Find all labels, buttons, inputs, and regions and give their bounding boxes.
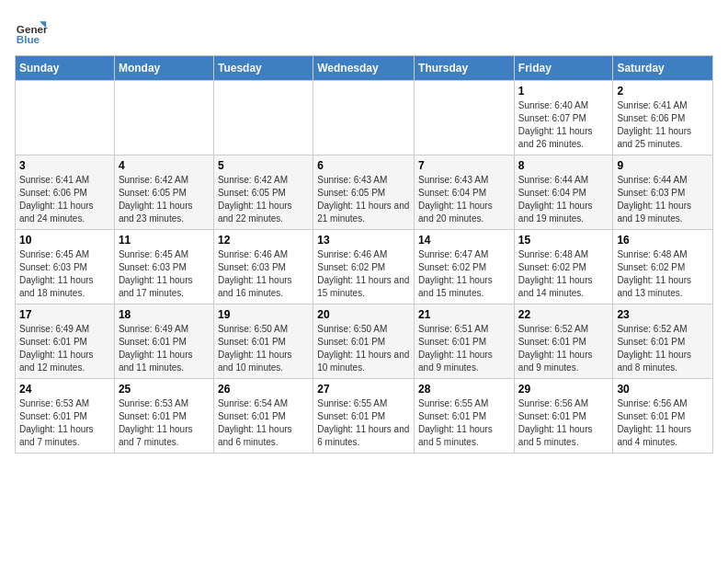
calendar-cell xyxy=(114,81,213,155)
calendar-cell xyxy=(313,81,415,155)
calendar-cell: 22Sunrise: 6:52 AMSunset: 6:01 PMDayligh… xyxy=(514,304,613,379)
calendar-cell xyxy=(415,81,515,155)
week-row-4: 24Sunrise: 6:53 AMSunset: 6:01 PMDayligh… xyxy=(16,379,713,454)
day-number: 25 xyxy=(119,383,210,396)
day-number: 14 xyxy=(418,234,510,247)
calendar-cell: 24Sunrise: 6:53 AMSunset: 6:01 PMDayligh… xyxy=(16,379,115,454)
day-info: Sunrise: 6:56 AMSunset: 6:01 PMDaylight:… xyxy=(617,397,709,449)
logo-icon: General Blue xyxy=(15,15,48,48)
day-number: 29 xyxy=(518,383,609,396)
day-info: Sunrise: 6:49 AMSunset: 6:01 PMDaylight:… xyxy=(119,323,210,374)
day-info: Sunrise: 6:56 AMSunset: 6:01 PMDaylight:… xyxy=(518,397,609,449)
calendar-cell xyxy=(213,81,313,155)
day-info: Sunrise: 6:52 AMSunset: 6:01 PMDaylight:… xyxy=(518,323,609,374)
calendar-cell: 30Sunrise: 6:56 AMSunset: 6:01 PMDayligh… xyxy=(613,379,713,454)
day-number: 13 xyxy=(317,234,410,247)
header: General Blue xyxy=(15,15,713,48)
day-number: 10 xyxy=(19,234,110,247)
day-info: Sunrise: 6:44 AMSunset: 6:03 PMDaylight:… xyxy=(617,174,709,225)
day-info: Sunrise: 6:45 AMSunset: 6:03 PMDaylight:… xyxy=(119,248,210,300)
day-info: Sunrise: 6:40 AMSunset: 6:07 PMDaylight:… xyxy=(518,99,609,151)
day-info: Sunrise: 6:53 AMSunset: 6:01 PMDaylight:… xyxy=(19,397,110,449)
day-number: 12 xyxy=(218,234,309,247)
logo: General Blue xyxy=(15,15,48,48)
calendar-cell: 15Sunrise: 6:48 AMSunset: 6:02 PMDayligh… xyxy=(514,230,613,304)
calendar-cell: 5Sunrise: 6:42 AMSunset: 6:05 PMDaylight… xyxy=(213,155,313,230)
day-number: 21 xyxy=(418,308,510,321)
days-header-row: SundayMondayTuesdayWednesdayThursdayFrid… xyxy=(16,56,713,81)
calendar-cell: 17Sunrise: 6:49 AMSunset: 6:01 PMDayligh… xyxy=(16,304,115,379)
day-number: 2 xyxy=(617,85,709,98)
day-number: 19 xyxy=(218,308,309,321)
calendar-cell: 2Sunrise: 6:41 AMSunset: 6:06 PMDaylight… xyxy=(613,81,713,155)
day-info: Sunrise: 6:42 AMSunset: 6:05 PMDaylight:… xyxy=(218,174,309,225)
calendar-cell: 29Sunrise: 6:56 AMSunset: 6:01 PMDayligh… xyxy=(514,379,613,454)
calendar-cell: 8Sunrise: 6:44 AMSunset: 6:04 PMDaylight… xyxy=(514,155,613,230)
calendar-cell: 26Sunrise: 6:54 AMSunset: 6:01 PMDayligh… xyxy=(213,379,313,454)
calendar-cell: 16Sunrise: 6:48 AMSunset: 6:02 PMDayligh… xyxy=(613,230,713,304)
day-info: Sunrise: 6:43 AMSunset: 6:05 PMDaylight:… xyxy=(317,174,410,225)
day-number: 26 xyxy=(218,383,309,396)
day-info: Sunrise: 6:55 AMSunset: 6:01 PMDaylight:… xyxy=(317,397,410,449)
calendar-cell: 21Sunrise: 6:51 AMSunset: 6:01 PMDayligh… xyxy=(415,304,515,379)
day-number: 16 xyxy=(617,234,709,247)
day-header-friday: Friday xyxy=(514,56,613,81)
calendar-cell: 9Sunrise: 6:44 AMSunset: 6:03 PMDaylight… xyxy=(613,155,713,230)
day-number: 5 xyxy=(218,159,309,172)
calendar-cell: 3Sunrise: 6:41 AMSunset: 6:06 PMDaylight… xyxy=(16,155,115,230)
calendar-cell: 6Sunrise: 6:43 AMSunset: 6:05 PMDaylight… xyxy=(313,155,415,230)
day-info: Sunrise: 6:45 AMSunset: 6:03 PMDaylight:… xyxy=(19,248,110,300)
day-number: 6 xyxy=(317,159,410,172)
day-info: Sunrise: 6:55 AMSunset: 6:01 PMDaylight:… xyxy=(418,397,510,449)
calendar-table: SundayMondayTuesdayWednesdayThursdayFrid… xyxy=(15,55,713,454)
calendar-cell: 19Sunrise: 6:50 AMSunset: 6:01 PMDayligh… xyxy=(213,304,313,379)
day-number: 18 xyxy=(119,308,210,321)
day-info: Sunrise: 6:47 AMSunset: 6:02 PMDaylight:… xyxy=(418,248,510,300)
day-info: Sunrise: 6:48 AMSunset: 6:02 PMDaylight:… xyxy=(518,248,609,300)
day-info: Sunrise: 6:43 AMSunset: 6:04 PMDaylight:… xyxy=(418,174,510,225)
day-number: 30 xyxy=(617,383,709,396)
day-header-tuesday: Tuesday xyxy=(213,56,313,81)
day-number: 7 xyxy=(418,159,510,172)
calendar-cell: 1Sunrise: 6:40 AMSunset: 6:07 PMDaylight… xyxy=(514,81,613,155)
day-info: Sunrise: 6:46 AMSunset: 6:02 PMDaylight:… xyxy=(317,248,410,300)
calendar-cell: 14Sunrise: 6:47 AMSunset: 6:02 PMDayligh… xyxy=(415,230,515,304)
day-header-thursday: Thursday xyxy=(415,56,515,81)
day-info: Sunrise: 6:48 AMSunset: 6:02 PMDaylight:… xyxy=(617,248,709,300)
calendar-cell: 25Sunrise: 6:53 AMSunset: 6:01 PMDayligh… xyxy=(114,379,213,454)
day-number: 9 xyxy=(617,159,709,172)
calendar-cell: 23Sunrise: 6:52 AMSunset: 6:01 PMDayligh… xyxy=(613,304,713,379)
day-info: Sunrise: 6:50 AMSunset: 6:01 PMDaylight:… xyxy=(317,323,410,374)
calendar-cell: 7Sunrise: 6:43 AMSunset: 6:04 PMDaylight… xyxy=(415,155,515,230)
day-number: 23 xyxy=(617,308,709,321)
day-number: 1 xyxy=(518,85,609,98)
calendar-cell: 11Sunrise: 6:45 AMSunset: 6:03 PMDayligh… xyxy=(114,230,213,304)
day-info: Sunrise: 6:49 AMSunset: 6:01 PMDaylight:… xyxy=(19,323,110,374)
day-header-sunday: Sunday xyxy=(16,56,115,81)
day-number: 17 xyxy=(19,308,110,321)
day-number: 11 xyxy=(119,234,210,247)
day-header-wednesday: Wednesday xyxy=(313,56,415,81)
week-row-0: 1Sunrise: 6:40 AMSunset: 6:07 PMDaylight… xyxy=(16,81,713,155)
day-number: 15 xyxy=(518,234,609,247)
week-row-1: 3Sunrise: 6:41 AMSunset: 6:06 PMDaylight… xyxy=(16,155,713,230)
day-number: 3 xyxy=(19,159,110,172)
calendar-cell: 12Sunrise: 6:46 AMSunset: 6:03 PMDayligh… xyxy=(213,230,313,304)
calendar-cell: 4Sunrise: 6:42 AMSunset: 6:05 PMDaylight… xyxy=(114,155,213,230)
day-info: Sunrise: 6:41 AMSunset: 6:06 PMDaylight:… xyxy=(19,174,110,225)
day-number: 22 xyxy=(518,308,609,321)
day-header-saturday: Saturday xyxy=(613,56,713,81)
day-info: Sunrise: 6:41 AMSunset: 6:06 PMDaylight:… xyxy=(617,99,709,151)
day-info: Sunrise: 6:53 AMSunset: 6:01 PMDaylight:… xyxy=(119,397,210,449)
day-info: Sunrise: 6:46 AMSunset: 6:03 PMDaylight:… xyxy=(218,248,309,300)
calendar-cell: 13Sunrise: 6:46 AMSunset: 6:02 PMDayligh… xyxy=(313,230,415,304)
day-number: 20 xyxy=(317,308,410,321)
day-number: 4 xyxy=(119,159,210,172)
day-info: Sunrise: 6:50 AMSunset: 6:01 PMDaylight:… xyxy=(218,323,309,374)
calendar-cell: 10Sunrise: 6:45 AMSunset: 6:03 PMDayligh… xyxy=(16,230,115,304)
day-number: 28 xyxy=(418,383,510,396)
day-info: Sunrise: 6:42 AMSunset: 6:05 PMDaylight:… xyxy=(119,174,210,225)
week-row-2: 10Sunrise: 6:45 AMSunset: 6:03 PMDayligh… xyxy=(16,230,713,304)
week-row-3: 17Sunrise: 6:49 AMSunset: 6:01 PMDayligh… xyxy=(16,304,713,379)
day-info: Sunrise: 6:44 AMSunset: 6:04 PMDaylight:… xyxy=(518,174,609,225)
